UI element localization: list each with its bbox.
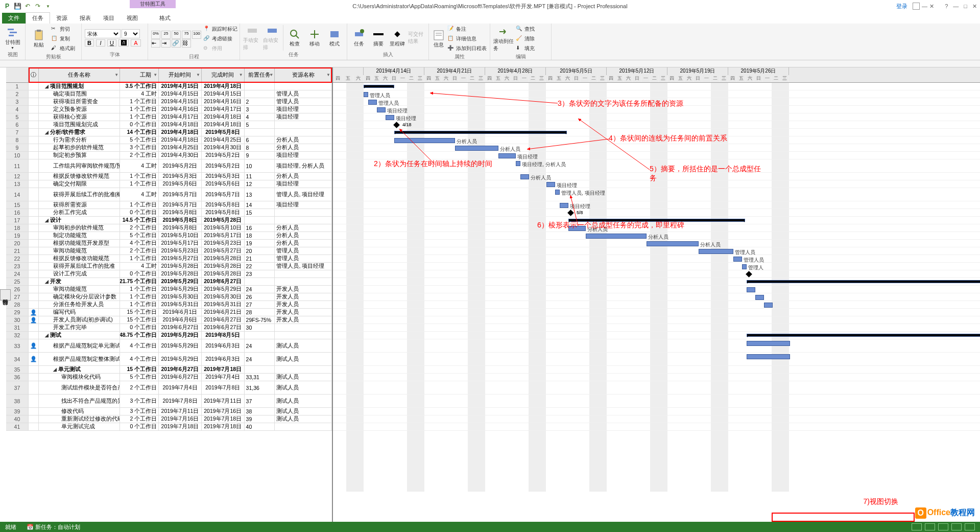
gantt-row[interactable] bbox=[333, 217, 980, 224]
row-number[interactable]: 17 bbox=[6, 217, 29, 224]
duration-cell[interactable]: 1 个工作日 bbox=[120, 173, 159, 180]
resource-cell[interactable]: 开发人员 bbox=[275, 316, 332, 323]
gantt-row[interactable] bbox=[333, 129, 980, 136]
task-info-button[interactable]: 信息 bbox=[432, 29, 445, 49]
table-row[interactable]: 12根据反馈修改软件规范1 个工作日2019年5月3日2019年5月3日11分析… bbox=[6, 173, 332, 180]
task-name-cell[interactable]: 审阅模块化代码 bbox=[39, 374, 121, 381]
table-row[interactable]: 27确定模块化/分层设计参数1 个工作日2019年5月30日2019年5月30日… bbox=[6, 293, 332, 301]
pred-cell[interactable] bbox=[245, 90, 275, 98]
pred-cell[interactable] bbox=[245, 366, 275, 373]
duration-cell[interactable]: 5 个工作日 bbox=[120, 136, 159, 144]
duration-cell[interactable]: 1 个工作日 bbox=[120, 98, 159, 105]
undo-icon[interactable]: ↶ bbox=[23, 2, 32, 10]
task-name-cell[interactable]: 获得项目所需资金 bbox=[39, 98, 121, 105]
start-cell[interactable]: 2019年6月27日 bbox=[159, 366, 202, 373]
gantt-row[interactable] bbox=[333, 316, 980, 324]
inspect-button[interactable]: 检查 bbox=[285, 28, 303, 48]
start-cell[interactable]: 2019年5月8日 bbox=[159, 209, 202, 216]
task-name-cell[interactable]: 找出不符合产品规范的异常情况 bbox=[39, 395, 121, 407]
resource-cell[interactable]: 分析人员 bbox=[275, 136, 332, 144]
duration-cell[interactable]: 2 个工作日 bbox=[120, 415, 159, 423]
task-name-cell[interactable]: 工作组共同审阅软件规范/预算 bbox=[39, 159, 121, 172]
gantt-row[interactable]: 管理人员 bbox=[333, 98, 980, 106]
task-bar[interactable]: 项目经理 bbox=[377, 107, 386, 112]
task-name-cell[interactable]: 审阅功能规范 bbox=[39, 286, 121, 293]
end-cell[interactable]: 2019年5月28日 bbox=[202, 263, 245, 270]
pct-100-button[interactable]: 100 bbox=[192, 31, 201, 39]
milestone-marker[interactable] bbox=[393, 122, 400, 128]
pred-cell[interactable]: 39 bbox=[245, 415, 275, 423]
task-bar[interactable]: 管理人员 bbox=[368, 100, 377, 105]
pred-cell[interactable] bbox=[245, 332, 275, 339]
duration-cell[interactable]: 5 个工作日 bbox=[120, 374, 159, 381]
gantt-row[interactable] bbox=[333, 381, 980, 395]
start-cell[interactable]: 2019年5月29日 bbox=[159, 353, 202, 365]
gantt-row[interactable]: 分析人员 bbox=[333, 232, 980, 240]
gantt-row[interactable]: 项目经理, 分析人员 bbox=[333, 159, 980, 173]
duration-cell[interactable]: 4 工时 bbox=[120, 159, 159, 172]
task-name-cell[interactable]: 确定模块化/分层设计参数 bbox=[39, 293, 121, 300]
close-icon[interactable]: ✕ bbox=[972, 3, 977, 10]
start-cell[interactable]: 2019年5月6日 bbox=[159, 180, 202, 188]
row-number[interactable]: 5 bbox=[6, 113, 29, 121]
italic-button[interactable]: I bbox=[96, 39, 105, 47]
row-number[interactable]: 20 bbox=[6, 240, 29, 247]
gantt-view-button[interactable]: 甘特图▼ bbox=[3, 27, 22, 50]
table-row[interactable]: 17◢设计14.5 个工作日2019年5月8日2019年5月28日 bbox=[6, 217, 332, 224]
duration-cell[interactable]: 4 个工作日 bbox=[120, 240, 159, 247]
end-cell[interactable]: 2019年5月27日 bbox=[202, 247, 245, 255]
fill-button[interactable]: ⬇填充 bbox=[516, 44, 535, 53]
pred-cell[interactable]: 12 bbox=[245, 180, 275, 188]
table-row[interactable]: 33👤根据产品规范制定单元测试计划4 个工作日2019年5月29日2019年6月… bbox=[6, 339, 332, 353]
start-cell[interactable]: 2019年6月27日 bbox=[159, 324, 202, 331]
end-cell[interactable]: 2019年7月8日 bbox=[202, 381, 245, 394]
table-row[interactable]: 2确定项目范围4 工时2019年4月15日2019年4月15日管理人员 bbox=[6, 90, 332, 98]
row-number[interactable]: 24 bbox=[6, 270, 29, 277]
indent-button[interactable]: ⇥ bbox=[161, 39, 171, 48]
save-icon[interactable]: 💾 bbox=[13, 2, 21, 10]
resource-cell[interactable]: 开发人员 bbox=[275, 286, 332, 293]
task-name-cell[interactable]: 根据反馈修改功能规范 bbox=[39, 255, 121, 262]
pred-cell[interactable]: 23 bbox=[245, 270, 275, 277]
row-number[interactable]: 40 bbox=[6, 415, 29, 423]
pred-cell[interactable]: 2 bbox=[245, 98, 275, 105]
start-cell[interactable]: 2019年4月18日 bbox=[159, 136, 202, 144]
pred-cell[interactable]: 27 bbox=[245, 301, 275, 308]
task-bar[interactable]: 管理人 bbox=[742, 264, 747, 269]
row-number[interactable]: 39 bbox=[6, 408, 29, 415]
start-cell[interactable]: 2019年4月25日 bbox=[159, 144, 202, 151]
header-name[interactable]: 任务名称▼ bbox=[39, 67, 120, 82]
row-number[interactable]: 3 bbox=[6, 98, 29, 105]
view-team-button[interactable] bbox=[938, 523, 948, 530]
resource-cell[interactable]: 分析人员 bbox=[275, 232, 332, 239]
pred-cell[interactable]: 11 bbox=[245, 173, 275, 180]
start-cell[interactable]: 2019年7月11日 bbox=[159, 408, 202, 415]
pred-cell[interactable] bbox=[245, 278, 275, 285]
start-cell[interactable]: 2019年5月10日 bbox=[159, 232, 202, 239]
task-bar[interactable]: 项目经理 bbox=[560, 203, 568, 208]
gantt-row[interactable]: 5/8 bbox=[333, 209, 980, 217]
pred-cell[interactable]: 33,31 bbox=[245, 374, 275, 381]
task-bar[interactable]: 管理人员, 项目经理 bbox=[555, 190, 560, 195]
resource-cell[interactable]: 管理人员 bbox=[275, 98, 332, 105]
gantt-row[interactable]: 项目经理 bbox=[333, 106, 980, 113]
gantt-row[interactable]: 管理人 bbox=[333, 263, 980, 270]
header-duration[interactable]: 工期▼ bbox=[120, 67, 159, 82]
task-name-cell[interactable]: 确定交付期限 bbox=[39, 180, 121, 188]
resource-cell[interactable]: 项目经理 bbox=[275, 106, 332, 113]
gantt-row[interactable]: 分析人员 bbox=[333, 224, 980, 232]
insert-task-button[interactable]: 任务 bbox=[350, 28, 368, 48]
end-cell[interactable]: 2019年7月18日 bbox=[202, 366, 245, 373]
resource-cell[interactable]: 测试人员 bbox=[275, 374, 332, 381]
end-cell[interactable]: 2019年4月18日 bbox=[202, 121, 245, 128]
row-number[interactable]: 12 bbox=[6, 173, 29, 180]
task-name-cell[interactable]: ◢分析/软件需求 bbox=[39, 129, 121, 136]
resource-cell[interactable] bbox=[275, 270, 332, 277]
duration-cell[interactable]: 4 工时 bbox=[120, 188, 159, 201]
table-row[interactable]: 9起草初步的软件规范3 个工作日2019年4月25日2019年4月30日8分析人… bbox=[6, 144, 332, 152]
table-row[interactable]: 1◢项目范围规划3.5 个工作日2019年4月15日2019年4月18日 bbox=[6, 83, 332, 90]
task-bar[interactable]: 管理人员 bbox=[733, 257, 742, 262]
table-row[interactable]: 8行为需求分析5 个工作日2019年4月18日2019年4月25日6分析人员 bbox=[6, 136, 332, 144]
add-timeline-button[interactable]: ➕添加到日程表 bbox=[447, 44, 487, 53]
row-number[interactable]: 2 bbox=[6, 90, 29, 98]
